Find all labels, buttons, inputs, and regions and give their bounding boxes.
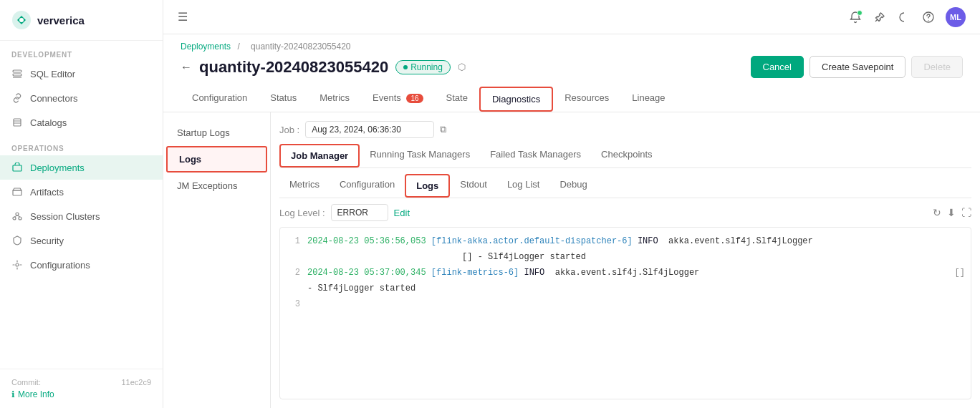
sidebar-item-artifacts[interactable]: Artifacts — [0, 180, 163, 204]
more-info-link[interactable]: ℹ More Info — [11, 389, 151, 399]
sub-tab-stdout[interactable]: Stdout — [450, 174, 497, 198]
cube-icon[interactable]: ⬡ — [458, 62, 466, 72]
svg-rect-8 — [13, 165, 21, 171]
sub-tab-log-list[interactable]: Log List — [497, 174, 550, 198]
tab-diagnostics[interactable]: Diagnostics — [479, 87, 553, 112]
sub-tab-failed-task-managers[interactable]: Failed Task Managers — [480, 144, 591, 167]
sidebar-item-session-clusters[interactable]: Session Clusters — [0, 204, 163, 228]
breadcrumb: Deployments / quantity-20240823055420 — [181, 42, 963, 52]
tab-configuration[interactable]: Configuration — [181, 87, 259, 112]
tab-lineage[interactable]: Lineage — [620, 87, 676, 112]
topbar-left: ☰ — [178, 10, 188, 24]
section-development-label: DEVELOPMENT — [0, 41, 163, 62]
commit-row: Commit: 11ec2c9 — [11, 378, 151, 387]
edit-log-level-link[interactable]: Edit — [394, 208, 410, 218]
sidebar-item-configurations-label: Configurations — [30, 260, 90, 271]
breadcrumb-parent[interactable]: Deployments — [181, 42, 231, 52]
sub-tab-checkpoints[interactable]: Checkpoints — [591, 144, 663, 167]
sub-tab-configuration[interactable]: Configuration — [330, 174, 405, 198]
notification-icon[interactable] — [848, 10, 863, 24]
sidebar-item-sql-editor-label: SQL Editor — [30, 69, 75, 79]
log-area: 1 2024-08-23 05:36:56,053 [flink-akka.ac… — [279, 227, 971, 399]
svg-rect-5 — [14, 119, 21, 126]
create-savepoint-button[interactable]: Create Savepoint — [810, 56, 905, 78]
sub-tab-debug[interactable]: Debug — [549, 174, 597, 198]
svg-line-13 — [14, 215, 17, 217]
theme-icon[interactable] — [897, 10, 911, 24]
content-sidebar-jm-exceptions[interactable]: JM Exceptions — [163, 174, 270, 198]
sub-tabs-row-1: Job Manager Running Task Managers Failed… — [279, 144, 971, 168]
sidebar-item-artifacts-label: Artifacts — [30, 187, 64, 198]
sub-tab-running-task-managers[interactable]: Running Task Managers — [360, 144, 480, 167]
log-level-select[interactable]: ERROR — [331, 204, 388, 221]
deployment-title-left: ← quantity-20240823055420 Running ⬡ — [181, 58, 466, 77]
avatar[interactable]: ML — [946, 7, 966, 27]
deployment-header: Deployments / quantity-20240823055420 ← … — [163, 34, 980, 112]
tab-events[interactable]: Events 16 — [361, 87, 435, 112]
job-selector-row: Job : Aug 23, 2024, 06:36:30 ⧉ — [279, 121, 971, 138]
expand-button[interactable]: ⛶ — [961, 207, 971, 218]
log-line-1: 1 2024-08-23 05:36:56,053 [flink-akka.ac… — [286, 233, 965, 249]
log-line-1-cont: [] - Slf4jLogger started — [286, 249, 965, 265]
sub-tab-job-manager[interactable]: Job Manager — [279, 144, 360, 167]
tab-resources[interactable]: Resources — [553, 87, 620, 112]
expand-line-2[interactable]: [] — [955, 266, 965, 279]
sidebar-item-session-clusters-label: Session Clusters — [30, 211, 100, 222]
sidebar-item-connectors-label: Connectors — [30, 93, 77, 104]
sidebar-item-deployments[interactable]: Deployments — [0, 155, 163, 180]
status-label: Running — [410, 62, 443, 72]
sub-tab-logs[interactable]: Logs — [405, 174, 450, 198]
tab-metrics[interactable]: Metrics — [308, 87, 361, 112]
log-actions: ↻ ⬇ ⛶ — [933, 207, 971, 218]
content-sidebar-logs[interactable]: Logs — [166, 146, 267, 173]
tab-status[interactable]: Status — [259, 87, 308, 112]
logo-icon — [11, 10, 32, 30]
log-num-2-cont — [286, 282, 300, 295]
logo: ververica — [0, 0, 163, 41]
notification-dot — [857, 10, 863, 16]
sidebar-item-sql-editor[interactable]: SQL Editor — [0, 62, 163, 86]
info-icon: ℹ — [11, 389, 15, 399]
cancel-button[interactable]: Cancel — [751, 56, 804, 78]
tab-state[interactable]: State — [435, 87, 479, 112]
log-line-2: 2 2024-08-23 05:37:00,345 [flink-metrics… — [286, 265, 965, 281]
svg-point-10 — [16, 213, 19, 215]
sidebar-item-security[interactable]: Security — [0, 228, 163, 253]
sidebar-item-configurations[interactable]: Configurations — [0, 253, 163, 277]
help-icon[interactable] — [921, 10, 936, 24]
sidebar-item-catalogs[interactable]: Catalogs — [0, 110, 163, 135]
copy-icon[interactable]: ⧉ — [440, 124, 446, 135]
sidebar-item-connectors[interactable]: Connectors — [0, 86, 163, 110]
svg-point-12 — [19, 217, 21, 220]
download-button[interactable]: ⬇ — [947, 207, 956, 218]
svg-point-11 — [13, 217, 16, 220]
svg-rect-3 — [13, 74, 21, 76]
sub-tab-metrics[interactable]: Metrics — [279, 174, 330, 198]
refresh-button[interactable]: ↻ — [933, 207, 941, 218]
job-select[interactable]: Aug 23, 2024, 06:36:30 — [305, 121, 434, 138]
content-sidebar-startup-logs[interactable]: Startup Logs — [163, 121, 270, 145]
log-level-label: Log Level : — [279, 208, 325, 218]
artifact-icon — [11, 186, 23, 198]
deployment-title: quantity-20240823055420 — [199, 58, 388, 77]
log-content: Job : Aug 23, 2024, 06:36:30 ⧉ Job Manag… — [271, 112, 980, 408]
pin-icon[interactable] — [873, 10, 887, 24]
events-badge: 16 — [406, 94, 423, 103]
delete-button: Delete — [911, 56, 963, 78]
config-icon — [11, 259, 23, 271]
breadcrumb-separator: / — [237, 42, 239, 52]
logo-text: ververica — [37, 14, 85, 26]
svg-rect-2 — [13, 70, 21, 72]
menu-icon[interactable]: ☰ — [178, 10, 188, 24]
sidebar-bottom: Commit: 11ec2c9 ℹ More Info — [0, 369, 163, 408]
svg-rect-9 — [13, 190, 21, 195]
back-arrow-icon[interactable]: ← — [181, 61, 192, 74]
catalog-icon — [11, 117, 23, 128]
job-label: Job : — [279, 125, 299, 135]
content-sidebar: Startup Logs Logs JM Exceptions — [163, 112, 271, 408]
topbar: ☰ ML — [163, 0, 980, 34]
svg-point-18 — [928, 19, 928, 20]
db-icon — [11, 68, 23, 79]
log-num-2: 2 — [286, 266, 300, 279]
log-line-2-cont: - Slf4jLogger started — [286, 281, 965, 296]
